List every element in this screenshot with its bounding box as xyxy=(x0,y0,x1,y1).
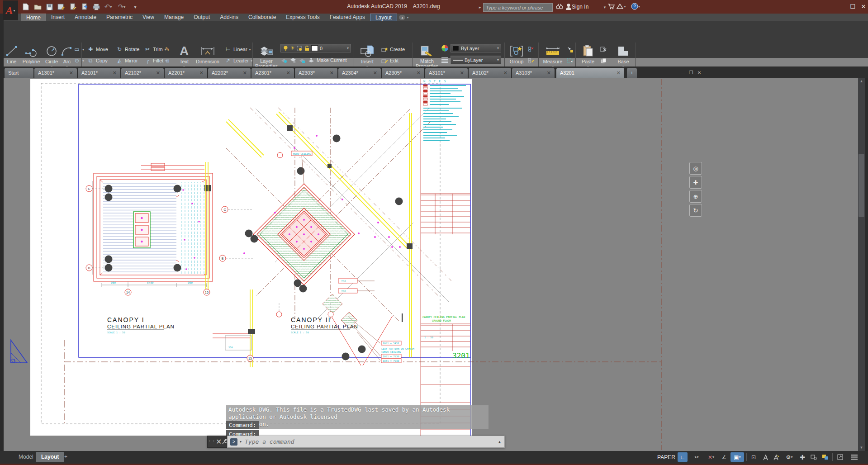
help-search-box[interactable] xyxy=(483,3,553,12)
polar-tracking-toggle[interactable]: ◔▾ xyxy=(689,452,703,462)
ribbon-tab-home[interactable]: Home xyxy=(21,14,46,22)
workspace-switching-button[interactable]: ✚ xyxy=(797,452,807,462)
layout-tab[interactable]: Layout xyxy=(36,452,64,462)
qat-new-button[interactable] xyxy=(21,2,31,11)
command-input[interactable] xyxy=(244,438,495,446)
customize-wrench-icon[interactable] xyxy=(222,439,227,445)
autoscale-toggle[interactable] xyxy=(771,452,781,462)
search-binoculars-icon[interactable] xyxy=(555,2,564,11)
drag-handle-icon[interactable]: ⋮⋮ xyxy=(208,440,216,444)
ribbon-display-toggle[interactable]: ▴▾ xyxy=(397,15,411,20)
tab-close-icon[interactable]: ✕ xyxy=(460,70,464,76)
qat-customize-button[interactable]: ▾ xyxy=(130,2,140,11)
tab-close-icon[interactable]: ✕ xyxy=(330,70,334,76)
scroll-up-arrow[interactable]: ▲ xyxy=(858,78,865,85)
annotation-monitor-toggle[interactable] xyxy=(809,452,819,462)
tab-close-icon[interactable]: ✕ xyxy=(417,70,421,76)
file-tab[interactable]: A2305*✕ xyxy=(382,68,424,78)
group-edit-button[interactable] xyxy=(527,56,535,65)
maximize-button[interactable]: ☐ xyxy=(846,0,859,13)
command-close-icon[interactable]: ✕ xyxy=(216,437,222,446)
object-snap-toggle[interactable]: ▣▾ xyxy=(730,452,744,462)
tab-close-icon[interactable]: ✕ xyxy=(547,70,551,76)
mirror-button[interactable]: ◭Mirror xyxy=(116,56,138,65)
customization-menu-button[interactable] xyxy=(848,452,861,462)
clean-screen-button[interactable] xyxy=(835,452,845,462)
command-expand-icon[interactable]: ▲ xyxy=(498,440,502,444)
ribbon-tab-annotate[interactable]: Annotate xyxy=(70,14,101,21)
copy-button[interactable]: ⧉Copy xyxy=(87,56,108,65)
current-workspace-button[interactable] xyxy=(820,452,830,462)
command-bar-grip[interactable]: ⋮⋮ ✕ xyxy=(207,436,227,448)
tab-close-icon[interactable]: ✕ xyxy=(243,70,247,76)
command-line-bar[interactable]: ⋮⋮ ✕ > ▾ ▲ xyxy=(207,436,505,448)
trim-button[interactable]: ✂Trim▾ xyxy=(144,45,166,54)
rotate-button[interactable]: ↻Rotate xyxy=(116,45,139,54)
isodraft-toggle[interactable]: ✕▾ xyxy=(704,452,718,462)
ungroup-button[interactable] xyxy=(527,45,535,54)
app-store-cart-icon[interactable] xyxy=(606,2,616,11)
vertical-scrollbar[interactable]: ▲ ▼ xyxy=(858,78,865,451)
file-tab-active[interactable]: A3201✕ xyxy=(556,68,624,78)
ribbon-tab-manage[interactable]: Manage xyxy=(159,14,189,21)
drawing-canvas[interactable]: 950 5450 950 C B 14 15 xyxy=(4,78,858,451)
new-tab-button[interactable]: + xyxy=(627,68,637,78)
sign-in-button[interactable]: Sign In xyxy=(572,4,588,10)
layer-dropdown[interactable]: ☀ 0 ▾ xyxy=(280,44,351,52)
file-tab[interactable]: A3103*✕ xyxy=(512,68,555,78)
copy-clip-button[interactable] xyxy=(600,56,607,65)
recent-commands-caret-icon[interactable]: ▾ xyxy=(240,440,242,444)
ribbon-tab-view[interactable]: View xyxy=(138,14,159,21)
file-tab-start[interactable]: Start xyxy=(5,68,33,78)
tab-close-icon[interactable]: ✕ xyxy=(373,70,377,76)
tab-close-icon[interactable]: ✕ xyxy=(199,70,204,76)
ribbon-tab-layout[interactable]: Layout xyxy=(370,14,397,22)
object-color-dropdown[interactable]: ByLayer▾ xyxy=(451,44,501,52)
qat-save-as-button[interactable] xyxy=(56,2,66,11)
file-tab[interactable]: A2202*✕ xyxy=(208,68,251,78)
close-button[interactable]: ✕ xyxy=(859,0,868,13)
erase-button[interactable]: ✎ xyxy=(164,45,171,54)
viewport-close-button[interactable]: ✕ xyxy=(696,69,703,76)
tab-close-icon[interactable]: ✕ xyxy=(617,70,621,76)
zoom-button[interactable]: ⊕ xyxy=(689,190,702,203)
application-menu-button[interactable]: A ▾ xyxy=(3,0,18,20)
file-tab[interactable]: A2304*✕ xyxy=(338,68,381,78)
qat-undo-button[interactable]: ↶▾ xyxy=(103,2,113,11)
file-tab[interactable]: A3101*✕ xyxy=(425,68,468,78)
search-input[interactable] xyxy=(484,4,557,11)
tab-close-icon[interactable]: ✕ xyxy=(69,70,73,76)
edit-block-button[interactable]: Edit xyxy=(381,56,398,65)
viewport-restore-button[interactable]: ❐ xyxy=(688,69,695,76)
file-tab[interactable]: A2301*✕ xyxy=(251,68,294,78)
paper-model-toggle[interactable]: PAPER xyxy=(656,452,676,462)
osnap-tracking-toggle[interactable]: ∠ xyxy=(719,452,729,462)
search-collapse-arrow-icon[interactable]: ▸ xyxy=(478,4,482,11)
ribbon-tab-insert[interactable]: Insert xyxy=(46,14,70,21)
qat-open-button[interactable] xyxy=(33,2,43,11)
file-tab[interactable]: A2303*✕ xyxy=(295,68,337,78)
qat-plot-stamp-button[interactable] xyxy=(68,2,78,11)
add-layout-tab[interactable]: + xyxy=(61,452,71,462)
scroll-down-arrow[interactable]: ▼ xyxy=(858,444,865,451)
qat-print-button[interactable] xyxy=(91,2,101,11)
linear-dimension-button[interactable]: ⊢Linear▾ xyxy=(224,45,251,54)
lineweight-dropdown[interactable]: ByLayer▾ xyxy=(451,56,501,64)
ribbon-tab-featured-apps[interactable]: Featured Apps xyxy=(325,14,370,21)
ellipse-tool-button[interactable]: ⊙▾ xyxy=(73,56,84,65)
orbit-button[interactable]: ↻ xyxy=(689,204,702,217)
scrollbar-thumb[interactable] xyxy=(859,154,864,217)
steering-wheel-button[interactable]: ◎ xyxy=(689,162,702,175)
grid-display-toggle[interactable]: ∟ xyxy=(678,452,688,462)
tab-close-icon[interactable]: ✕ xyxy=(286,70,290,76)
file-tab[interactable]: A2101*✕ xyxy=(78,68,120,78)
id-point-button[interactable] xyxy=(566,56,574,65)
ribbon-tab-output[interactable]: Output xyxy=(189,14,215,21)
tab-close-icon[interactable]: ✕ xyxy=(113,70,117,76)
tab-close-icon[interactable]: ✕ xyxy=(156,70,160,76)
qat-redo-button[interactable]: ↷▾ xyxy=(117,2,127,11)
leader-button[interactable]: ↗Leader▾ xyxy=(224,56,252,65)
file-tab[interactable]: A3102*✕ xyxy=(469,68,511,78)
command-input-area[interactable]: > ▾ ▲ xyxy=(227,436,505,448)
ribbon-tab-express-tools[interactable]: Express Tools xyxy=(281,14,324,21)
